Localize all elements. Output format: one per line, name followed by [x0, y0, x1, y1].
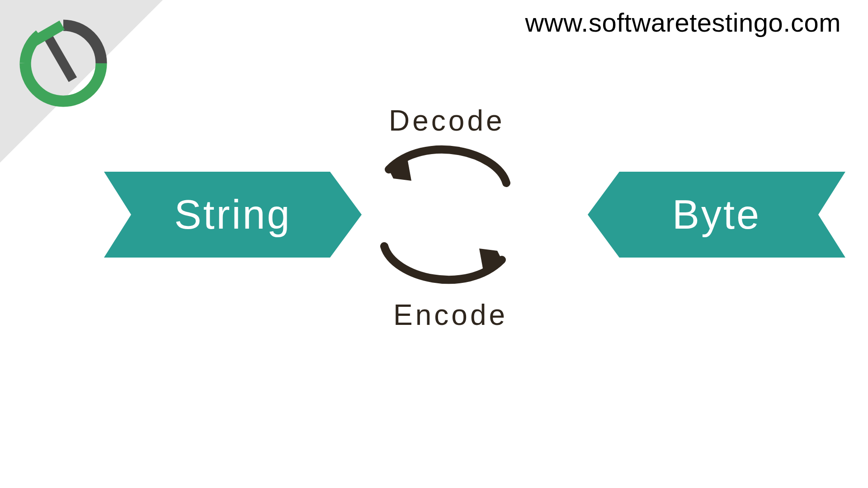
string-box: String [104, 172, 362, 258]
encode-label: Encode [393, 298, 508, 332]
string-label: String [174, 192, 291, 238]
cycle-arrows-icon [371, 138, 520, 291]
decode-label: Decode [389, 104, 505, 137]
website-url: www.softwaretestingo.com [525, 7, 841, 38]
svg-rect-0 [42, 32, 77, 82]
byte-label: Byte [672, 192, 761, 238]
byte-box: Byte [588, 172, 845, 258]
brand-logo-icon [16, 16, 111, 111]
